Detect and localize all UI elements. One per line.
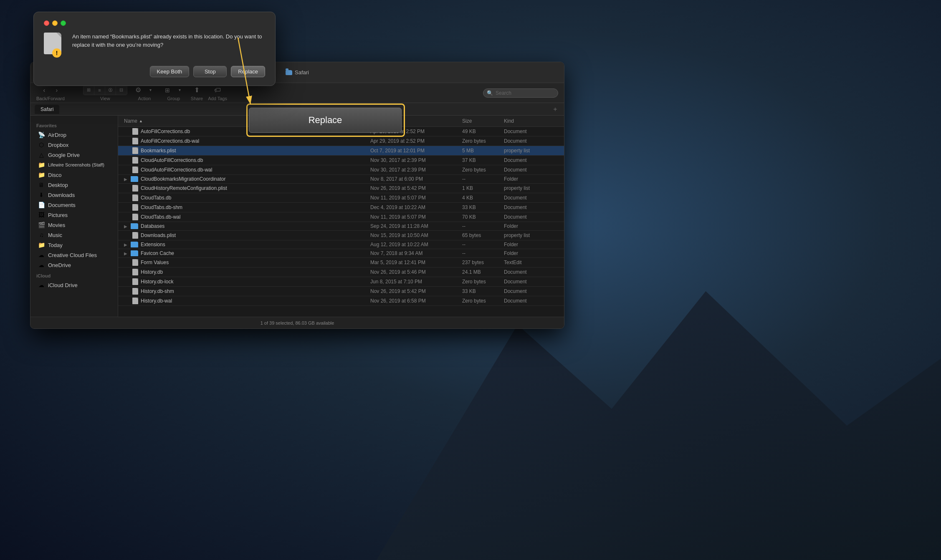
file-kind-cell: Folder	[504, 242, 558, 247]
table-row[interactable]: ▶ExtensionsAug 12, 2019 at 10:22 AM--Fol…	[118, 240, 564, 249]
file-name-cell: Form Values	[124, 259, 370, 266]
table-row[interactable]: History.dbNov 26, 2019 at 5:46 PM24.1 MB…	[118, 267, 564, 277]
today-icon: 📁	[38, 242, 45, 248]
table-row[interactable]: ▶DatabasesSep 24, 2019 at 11:28 AM--Fold…	[118, 222, 564, 231]
dialog-maximize-button[interactable]	[61, 20, 66, 26]
sidebar-item-airdrop[interactable]: 📡 AirDrop	[32, 130, 116, 140]
table-row[interactable]: Downloads.plistNov 15, 2019 at 10:50 AM6…	[118, 231, 564, 240]
column-view-button[interactable]: ⦿	[105, 86, 116, 95]
stop-button[interactable]: Stop	[193, 66, 227, 77]
sidebar-lifewire-label: Lifewire Screenshots (Staff)	[48, 162, 104, 167]
sidebar-item-downloads[interactable]: ⬇ Downloads	[32, 190, 116, 200]
group-dropdown-button[interactable]: ▾	[174, 85, 186, 95]
file-kind-cell: Folder	[504, 223, 558, 229]
action-button[interactable]: ⚙	[132, 85, 144, 95]
file-kind-cell: Document	[504, 288, 558, 295]
dialog-minimize-button[interactable]	[52, 20, 58, 26]
replace-button-small[interactable]: Replace	[231, 66, 265, 77]
file-name-cell: ▶CloudBookmarksMigrationCoordinator	[124, 176, 370, 182]
list-view-button[interactable]: ≡	[94, 86, 105, 95]
add-tags-button[interactable]: 🏷	[212, 85, 223, 95]
sidebar-item-onedrive[interactable]: ☁ OneDrive	[32, 260, 116, 270]
table-row[interactable]: CloudHistoryRemoteConfiguration.plistNov…	[118, 184, 564, 193]
table-row[interactable]: History.db-walNov 26, 2019 at 6:58 PMZer…	[118, 296, 564, 306]
sidebar-item-creativecloud[interactable]: ☁ Creative Cloud Files	[32, 250, 116, 260]
sidebar-item-lifewire[interactable]: 📁 Lifewire Screenshots (Staff)	[32, 160, 116, 170]
folder-icon	[131, 176, 138, 182]
table-row[interactable]: ▶CloudBookmarksMigrationCoordinatorNov 8…	[118, 175, 564, 184]
file-name-text: CloudTabs.db-wal	[141, 214, 180, 220]
expand-arrow-icon[interactable]: ▶	[124, 251, 127, 256]
table-row[interactable]: CloudTabs.db-shmDec 4, 2019 at 10:22 AM3…	[118, 203, 564, 212]
file-name-text: CloudBookmarksMigrationCoordinator	[141, 176, 225, 182]
action-label: Action	[138, 96, 151, 101]
table-row[interactable]: CloudTabs.db-walNov 11, 2019 at 5:07 PM7…	[118, 212, 564, 222]
table-row[interactable]: CloudTabs.dbNov 11, 2019 at 5:07 PM4 KBD…	[118, 193, 564, 203]
file-kind-cell: Document	[504, 269, 558, 275]
file-size-cell: 5 MB	[462, 147, 504, 154]
table-row[interactable]: AutoFillCorrections.db-walApr 29, 2019 a…	[118, 136, 564, 146]
file-date-cell: Oct 7, 2019 at 12:01 PM	[370, 147, 462, 154]
file-size-cell: 33 KB	[462, 288, 504, 295]
sidebar-item-documents[interactable]: 📄 Documents	[32, 200, 116, 210]
search-box[interactable]: 🔍 Search	[483, 88, 558, 98]
forward-button[interactable]: ›	[51, 85, 63, 95]
keep-both-button[interactable]: Keep Both	[150, 66, 190, 77]
file-name-text: AutoFillCorrections.db	[141, 129, 190, 134]
sidebar-item-today[interactable]: 📁 Today	[32, 240, 116, 250]
group-button[interactable]: ⊞	[162, 85, 173, 95]
table-row[interactable]: Form ValuesMar 5, 2019 at 12:41 PM237 by…	[118, 258, 564, 267]
file-name-cell: CloudTabs.db	[124, 194, 370, 201]
sidebar-item-icloudrive[interactable]: ☁ iCloud Drive	[32, 280, 116, 290]
action-dropdown-button[interactable]: ▾	[145, 85, 157, 95]
sidebar-pictures-label: Pictures	[48, 212, 68, 218]
icon-view-button[interactable]: ⊞	[83, 86, 94, 95]
dialog-close-button[interactable]	[44, 20, 49, 26]
sidebar-item-movies[interactable]: 🎬 Movies	[32, 220, 116, 230]
replace-button-large[interactable]: Replace	[249, 108, 402, 133]
expand-arrow-icon[interactable]: ▶	[124, 177, 127, 182]
sidebar-airdrop-label: AirDrop	[48, 132, 66, 138]
finder-title: Safari	[286, 69, 309, 76]
share-button[interactable]: ⬆	[191, 85, 203, 95]
table-row[interactable]: CloudAutoFillCorrections.dbNov 30, 2017 …	[118, 156, 564, 165]
file-icon	[132, 214, 138, 220]
file-size-cell: Zero bytes	[462, 166, 504, 173]
expand-arrow-icon[interactable]: ▶	[124, 224, 127, 229]
table-row[interactable]: ▶Favicon CacheNov 7, 2018 at 9:34 AM--Fo…	[118, 249, 564, 258]
size-column-header[interactable]: Size	[462, 118, 504, 124]
safari-tab[interactable]: Safari	[35, 105, 59, 114]
sidebar-item-desktop[interactable]: 🖥 Desktop	[32, 180, 116, 190]
file-icon	[132, 204, 138, 211]
file-name-text: Favicon Cache	[141, 250, 174, 256]
sidebar-item-dropbox[interactable]: ⬡ Dropbox	[32, 140, 116, 150]
file-icon	[132, 298, 138, 304]
back-button[interactable]: ‹	[38, 85, 50, 95]
sidebar-googledrive-label: Google Drive	[48, 152, 80, 158]
dialog-message: An item named “Bookmarks.plist” already …	[72, 33, 265, 49]
downloads-icon: ⬇	[38, 192, 45, 198]
sidebar-disco-label: Disco	[48, 172, 62, 178]
file-list: Name ▲ Date Modified Size Kind AutoFillC…	[118, 116, 564, 317]
file-name-text: History.db-wal	[141, 298, 172, 304]
file-size-cell: --	[462, 176, 504, 182]
table-row[interactable]: History.db-shmNov 26, 2019 at 5:42 PM33 …	[118, 287, 564, 296]
add-tab-button[interactable]: +	[551, 105, 560, 114]
file-name-cell: Downloads.plist	[124, 232, 370, 239]
disco-icon: 📁	[38, 172, 45, 178]
file-icon	[132, 288, 138, 295]
file-icon	[132, 232, 138, 239]
kind-column-header[interactable]: Kind	[504, 118, 558, 124]
gallery-view-button[interactable]: ⊟	[116, 86, 127, 95]
sidebar-item-music[interactable]: ♫ Music	[32, 230, 116, 240]
sidebar-item-pictures[interactable]: 🖼 Pictures	[32, 210, 116, 220]
table-row[interactable]: History.db-lockJun 8, 2015 at 7:10 PMZer…	[118, 277, 564, 287]
table-row[interactable]: CloudAutoFillCorrections.db-walNov 30, 2…	[118, 165, 564, 175]
file-name-cell: History.db-shm	[124, 288, 370, 295]
icloud-section-label: iCloud	[30, 270, 118, 280]
back-forward-label: Back/Forward	[36, 96, 65, 101]
expand-arrow-icon[interactable]: ▶	[124, 242, 127, 247]
sidebar-item-disco[interactable]: 📁 Disco	[32, 170, 116, 180]
sidebar-item-googledrive[interactable]: △ Google Drive	[32, 150, 116, 160]
table-row[interactable]: Bookmarks.plistOct 7, 2019 at 12:01 PM5 …	[118, 146, 564, 156]
